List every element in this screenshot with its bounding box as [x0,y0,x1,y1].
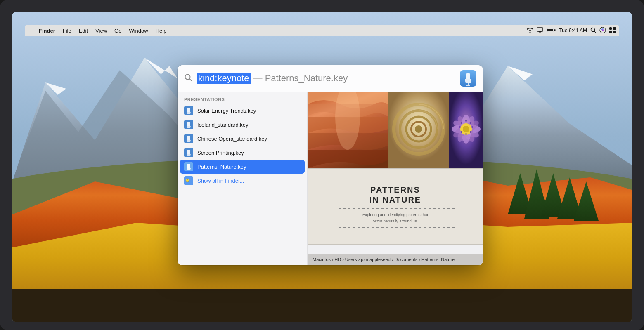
search-suggestion: — Patterns_Nature.key [253,73,348,84]
svg-rect-29 [613,31,616,33]
result-name: Iceland_standard.key [197,122,249,128]
edit-menu[interactable]: Edit [76,27,91,35]
window-menu[interactable]: Window [125,27,151,35]
menubar-right: Tue 9:41 AM [527,27,616,35]
result-name: Solar Energy Trends.key [197,108,256,114]
show-all-finder[interactable]: Show all in Finder... [178,174,307,188]
svg-point-54 [187,179,188,180]
svg-rect-35 [468,83,469,85]
svg-rect-33 [466,73,470,79]
svg-point-73 [465,120,467,122]
finder-icon [184,176,193,185]
help-menu[interactable]: Help [152,27,170,35]
card-divider-top [336,208,455,209]
svg-rect-41 [187,122,190,126]
result-item[interactable]: Chinese Opera_standard.key [178,132,307,146]
svg-point-25 [602,29,604,31]
preview-path: Macintosh HD › Users › johnappleseed › D… [308,254,483,265]
path-text: Macintosh HD › Users › johnappleseed › D… [313,257,455,262]
flower-photo [449,92,483,168]
svg-rect-47 [187,150,190,154]
svg-marker-42 [187,126,191,128]
card-title-line2: IN NATURE [369,194,421,205]
svg-rect-44 [187,136,190,140]
selected-result-item[interactable]: Patterns_Nature.key [180,160,305,174]
search-query: kind:keynote [197,73,251,84]
svg-point-63 [415,125,422,133]
svg-point-77 [465,133,467,135]
wifi-icon [527,28,533,34]
svg-point-72 [463,126,469,132]
show-finder-label: Show all in Finder... [197,178,244,184]
keynote-file-icon-selected [184,162,193,171]
macbook-frame: Finder File Edit View Go Window Help Tue… [0,0,644,330]
canyon-photo [308,92,388,168]
svg-line-31 [189,79,192,81]
card-subtitle: Exploring and identifying patterns thato… [362,212,428,224]
finder-menu[interactable]: Finder [36,27,59,35]
svg-marker-51 [187,168,191,170]
menubar: Finder File Edit View Go Window Help Tue… [25,25,619,36]
svg-rect-28 [609,31,612,33]
svg-point-76 [470,131,471,133]
svg-marker-48 [187,154,191,156]
result-name: Chinese Opera_standard.key [197,136,267,142]
file-menu[interactable]: File [59,27,75,35]
result-item[interactable]: Iceland_standard.key [178,118,307,132]
keynote-file-icon [184,148,193,157]
spiral-photo [388,92,449,168]
card-title-line1: PATTERNS [370,185,420,194]
svg-rect-26 [609,27,612,30]
desktop: Finder File Edit View Go Window Help Tue… [12,12,632,322]
preview-pane: PATTERNS IN NATURE Exploring and identif… [308,92,483,265]
svg-point-80 [461,122,462,124]
svg-rect-8 [12,289,632,322]
keynote-file-icon [184,120,193,129]
results-area: PRESENTATIONS Solar Energy Trends.key Ic… [178,92,483,265]
svg-rect-20 [547,29,553,31]
battery-icon [547,28,556,34]
preview-collage: PATTERNS IN NATURE Exploring and identif… [308,92,483,245]
svg-rect-36 [466,85,470,86]
svg-point-75 [471,126,473,128]
clock-display: Tue 9:41 AM [559,28,587,33]
result-item[interactable]: Screen Printing.key [178,146,307,160]
selected-result-name: Patterns_Nature.key [197,164,246,170]
control-center-icon[interactable] [609,27,616,34]
svg-point-74 [470,122,471,124]
svg-rect-27 [613,27,616,30]
menubar-left: Finder File Edit View Go Window Help [28,27,527,35]
svg-marker-18 [538,31,542,33]
svg-point-78 [461,131,462,133]
keynote-file-icon [184,134,193,143]
go-menu[interactable]: Go [111,27,125,35]
svg-marker-34 [465,79,471,83]
spotlight-icon[interactable] [590,27,596,34]
card-divider-bottom [336,227,455,228]
keynote-app-icon [460,70,476,87]
svg-marker-45 [187,140,191,142]
search-bar: kind:keynote — Patterns_Nature.key [178,65,483,92]
svg-point-79 [459,126,461,128]
result-item[interactable]: Solar Energy Trends.key [178,104,307,118]
keynote-file-icon [184,106,193,115]
spotlight-popup: kind:keynote — Patterns_Nature.key [178,65,483,265]
search-icon [184,73,192,84]
view-menu[interactable]: View [92,27,110,35]
svg-rect-21 [554,29,556,31]
svg-rect-17 [537,28,543,31]
siri-icon[interactable] [599,27,606,35]
nature-card: PATTERNS IN NATURE Exploring and identif… [308,168,483,245]
svg-rect-50 [187,164,190,168]
search-input-area[interactable]: kind:keynote — Patterns_Nature.key [197,73,456,84]
svg-line-23 [594,31,596,33]
svg-marker-39 [187,112,191,114]
airplay-icon [537,27,543,34]
svg-rect-38 [187,108,190,112]
results-list: PRESENTATIONS Solar Energy Trends.key Ic… [178,92,308,265]
result-name: Screen Printing.key [197,150,244,156]
apple-menu[interactable] [28,30,35,31]
section-header: PRESENTATIONS [178,95,307,104]
